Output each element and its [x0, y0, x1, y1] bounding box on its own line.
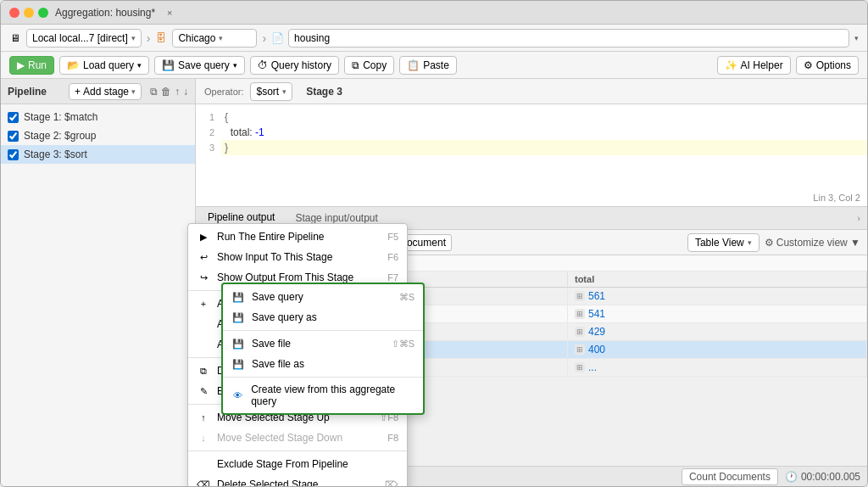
scroll-right-icon: › [857, 213, 860, 223]
copy-button[interactable]: ⧉ Copy [344, 56, 394, 75]
show-output-shortcut: F7 [387, 272, 398, 283]
menu-run-pipeline[interactable]: ▶ Run The Entire Pipeline F5 [188, 227, 407, 247]
add-after-icon [197, 338, 210, 351]
move-down-icon[interactable]: ↓ [183, 86, 188, 98]
count-documents-button[interactable]: Count Documents [682, 468, 778, 485]
stage-item-2[interactable]: Stage 2: $group [1, 126, 195, 145]
view-type-label: Table View [695, 237, 744, 249]
save-file-as-icon: 💾 [231, 357, 245, 371]
duplicate-icon: ⧉ [197, 364, 210, 378]
main-content: Pipeline + Add stage ▾ ⧉ 🗑 ↑ ↓ Stage 1: … [1, 79, 867, 486]
cell-total-2: 541 [588, 308, 605, 320]
paste-label: Paste [423, 59, 449, 71]
stage-3-checkbox[interactable] [8, 149, 19, 160]
run-pipeline-shortcut: F5 [387, 232, 398, 242]
collection-dropdown[interactable]: housing [288, 29, 849, 48]
submenu-save-file[interactable]: 💾 Save file ⇧⌘S [223, 333, 423, 354]
delete-shortcut: ⌦ [385, 479, 398, 487]
tab-close-icon[interactable]: × [167, 8, 172, 18]
view-type-select[interactable]: Table View ▾ [687, 233, 760, 252]
editor-header: Operator: $sort ▾ Stage 3 [196, 79, 867, 104]
stage-1-label: Stage 1: $match [24, 111, 97, 123]
maximize-button[interactable] [38, 8, 48, 18]
code-line-3: 3 } [196, 140, 867, 155]
time-display: 🕐 00:00:00.005 [785, 471, 860, 483]
query-history-button[interactable]: ⏱ Query history [250, 56, 339, 75]
show-input-icon: ↩ [197, 250, 210, 264]
add-stage-button[interactable]: + Add stage ▾ [69, 83, 142, 100]
connection-dropdown[interactable]: Local local...7 [direct] ▾ [26, 29, 142, 48]
submenu-save-file-as[interactable]: 💾 Save file as [223, 354, 423, 374]
menu-exclude[interactable]: Exclude Stage From Pipeline [188, 454, 407, 474]
operator-label: Operator: [204, 87, 243, 97]
save-query-label: Save query [252, 291, 303, 303]
submenu-create-view[interactable]: 👁 Create view from this aggregate query [223, 380, 423, 411]
operator-dropdown-icon: ▾ [282, 87, 287, 96]
database-dropdown[interactable]: Chicago ▾ [172, 29, 257, 48]
collection-label: housing [294, 32, 330, 44]
stage-item-1[interactable]: Stage 1: $match [1, 108, 195, 126]
menu-delete[interactable]: ⌫ Delete Selected Stage ⌦ [188, 474, 407, 486]
pipeline-header: Pipeline + Add stage ▾ ⧉ 🗑 ↑ ↓ [1, 79, 195, 104]
time-value: 00:00:00.005 [801, 471, 860, 483]
copy-label: Copy [363, 59, 387, 71]
stage-1-checkbox[interactable] [8, 112, 19, 123]
code-line-2: 2 total: -1 [196, 125, 867, 140]
plus-icon: + [75, 86, 81, 98]
cell-total-3: 429 [588, 326, 605, 338]
submenu-sep-1 [223, 330, 423, 331]
load-query-button[interactable]: 📂 Load query ▾ [59, 56, 149, 75]
connection-label: Local local...7 [direct] [32, 32, 128, 44]
minimize-button[interactable] [24, 8, 34, 18]
save-icon: 💾 [162, 59, 175, 71]
add-new-stage-icon: + [197, 297, 210, 311]
delete-menu-icon: ⌫ [197, 478, 210, 486]
save-submenu: 💾 Save query ⌘S 💾 Save query as 💾 Save f… [221, 283, 425, 415]
create-view-icon: 👁 [231, 389, 244, 402]
run-pipeline-label: Run The Entire Pipeline [217, 231, 381, 243]
add-stage-arrow-icon: ▾ [131, 87, 136, 96]
code-editor[interactable]: 1 { 2 total: -1 3 } Lin 3, Col 2 [196, 104, 867, 206]
cell-total-4: 400 [588, 344, 605, 355]
customize-view-button[interactable]: ⚙ Customize view ▼ [765, 237, 860, 249]
options-button[interactable]: ⚙ Options [796, 56, 859, 75]
collection-icon: 📄 [271, 32, 283, 44]
show-output-label: Show Output From This Stage [217, 271, 381, 283]
menu-sep-4 [188, 451, 407, 451]
dropdown-arrow-icon-2: ▾ [219, 34, 223, 42]
add-before-icon [197, 317, 210, 331]
server-icon: 🖥 [9, 32, 21, 44]
menu-show-input[interactable]: ↩ Show Input To This Stage F6 [188, 247, 407, 267]
col-header-total[interactable]: total [567, 271, 866, 288]
stage-2-checkbox[interactable] [8, 131, 19, 142]
save-file-icon: 💾 [231, 337, 245, 350]
move-up-icon[interactable]: ↑ [175, 86, 180, 98]
view-dropdown-icon: ▾ [748, 238, 752, 247]
line-content-3: } [221, 140, 867, 155]
submenu-save-query[interactable]: 💾 Save query ⌘S [223, 287, 423, 307]
query-history-label: Query history [271, 59, 331, 71]
submenu-save-query-as[interactable]: 💾 Save query as [223, 307, 423, 327]
window-controls [9, 8, 48, 18]
ai-helper-label: AI Helper [741, 59, 783, 71]
paste-button[interactable]: 📋 Paste [399, 56, 457, 75]
cursor-position: Lin 3, Col 2 [813, 193, 860, 203]
menu-move-down[interactable]: ↓ Move Selected Stage Down F8 [188, 428, 407, 448]
submenu-sep-2 [223, 377, 423, 378]
stage-3-label: Stage 3: $sort [24, 148, 87, 160]
ai-helper-button[interactable]: ✨ AI Helper [717, 56, 791, 75]
duplicate-stage-icon[interactable]: ⧉ [150, 86, 158, 98]
save-query-label: Save query [178, 59, 230, 71]
run-button[interactable]: ▶ Run [9, 56, 54, 75]
line-num-2: 2 [196, 125, 221, 140]
create-view-label: Create view from this aggregate query [251, 383, 415, 407]
show-input-shortcut: F6 [387, 252, 398, 262]
pipeline-tab-label: Pipeline [8, 86, 47, 98]
save-file-shortcut: ⇧⌘S [392, 339, 415, 350]
close-button[interactable] [9, 8, 19, 18]
save-query-button[interactable]: 💾 Save query ▾ [154, 56, 245, 75]
delete-stage-icon[interactable]: 🗑 [161, 86, 171, 98]
operator-select[interactable]: $sort ▾ [250, 82, 292, 101]
exclude-icon [197, 457, 210, 471]
stage-item-3[interactable]: Stage 3: $sort [1, 145, 195, 164]
